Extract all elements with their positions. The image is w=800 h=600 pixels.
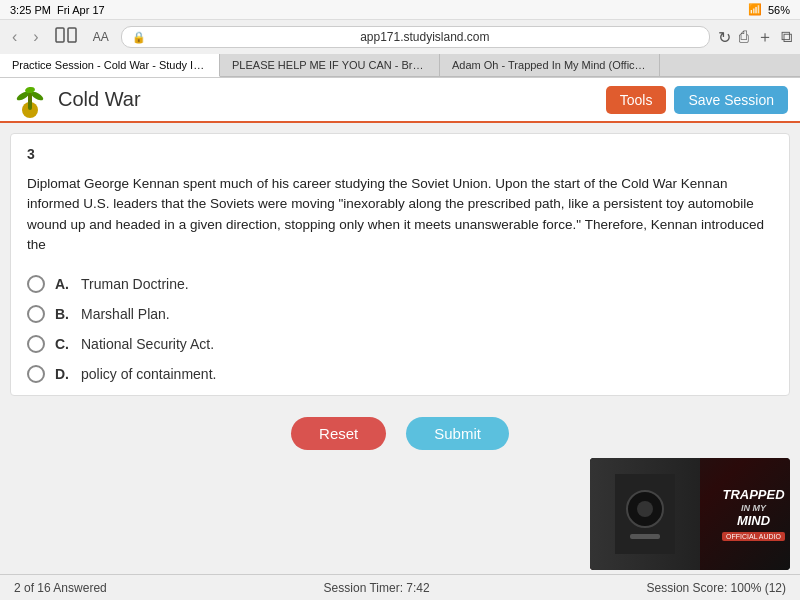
reset-button[interactable]: Reset <box>291 417 386 450</box>
tabs-button[interactable]: ⧉ <box>781 27 792 48</box>
svg-point-9 <box>637 501 653 517</box>
date-display: Fri Apr 17 <box>57 4 105 16</box>
timer-display: Session Timer: 7:42 <box>324 581 430 595</box>
submit-button[interactable]: Submit <box>406 417 509 450</box>
text-size-button[interactable]: AA <box>89 28 113 46</box>
trapped-title: TRAPPED <box>722 487 784 503</box>
url-display: app171.studyisland.com <box>151 30 699 44</box>
radio-a[interactable] <box>27 275 45 293</box>
option-b[interactable]: B. Marshall Plan. <box>27 305 773 323</box>
back-button[interactable]: ‹ <box>8 26 21 48</box>
question-text: Diplomat George Kennan spent much of his… <box>27 174 773 255</box>
svg-rect-10 <box>630 534 660 539</box>
option-b-text: Marshall Plan. <box>81 306 170 322</box>
action-buttons: Reset Submit <box>0 401 800 460</box>
option-a-text: Truman Doctrine. <box>81 276 189 292</box>
radio-d[interactable] <box>27 365 45 383</box>
reader-view-button[interactable] <box>51 25 81 49</box>
share-button[interactable]: ⎙ <box>739 27 749 48</box>
tab-youtube[interactable]: Adam Oh - Trapped In My Mind (Official A… <box>440 54 660 76</box>
option-d-text: policy of containment. <box>81 366 216 382</box>
reload-button[interactable]: ↻ <box>718 27 731 48</box>
battery-display: 56% <box>768 4 790 16</box>
mini-player-text: TRAPPED IN MY MIND OFFICIAL AUDIO <box>722 487 785 541</box>
tab-study-island[interactable]: Practice Session - Cold War - Study Isla… <box>0 54 220 77</box>
save-session-button[interactable]: Save Session <box>674 86 788 114</box>
status-bar: 3:25 PM Fri Apr 17 📶 56% <box>0 0 800 20</box>
mini-player-inner: TRAPPED IN MY MIND OFFICIAL AUDIO <box>590 458 790 570</box>
forward-button[interactable]: › <box>29 26 42 48</box>
trapped-subtitle2: MIND <box>722 513 784 529</box>
progress-display: 2 of 16 Answered <box>14 581 107 595</box>
svg-rect-1 <box>68 28 76 42</box>
radio-c[interactable] <box>27 335 45 353</box>
lock-icon: 🔒 <box>132 31 146 44</box>
bottom-bar: 2 of 16 Answered Session Timer: 7:42 Ses… <box>0 574 800 600</box>
option-c-text: National Security Act. <box>81 336 214 352</box>
tools-button[interactable]: Tools <box>606 86 667 114</box>
option-c[interactable]: C. National Security Act. <box>27 335 773 353</box>
score-display: Session Score: 100% (12) <box>647 581 786 595</box>
question-number: 3 <box>27 146 773 162</box>
tab-brainly[interactable]: PLEASE HELP ME IF YOU CAN - Brainly.com <box>220 54 440 76</box>
trapped-subtitle1: IN MY <box>722 503 784 514</box>
palm-icon <box>12 82 48 118</box>
address-bar[interactable]: 🔒 app171.studyisland.com <box>121 26 710 48</box>
browser-chrome: ‹ › AA 🔒 app171.studyisland.com ↻ ⎙ ＋ ⧉ … <box>0 20 800 78</box>
radio-b[interactable] <box>27 305 45 323</box>
add-tab-button[interactable]: ＋ <box>757 27 773 48</box>
wifi-icon: 📶 <box>748 3 762 16</box>
page-title: Cold War <box>58 88 141 111</box>
answer-options: A. Truman Doctrine. B. Marshall Plan. C.… <box>27 275 773 383</box>
mini-video-player[interactable]: TRAPPED IN MY MIND OFFICIAL AUDIO <box>590 458 790 570</box>
question-container: 3 Diplomat George Kennan spent much of h… <box>10 133 790 396</box>
option-a[interactable]: A. Truman Doctrine. <box>27 275 773 293</box>
mini-player-thumbnail <box>590 458 700 570</box>
option-d[interactable]: D. policy of containment. <box>27 365 773 383</box>
svg-rect-0 <box>56 28 64 42</box>
time-display: 3:25 PM <box>10 4 51 16</box>
official-badge: OFFICIAL AUDIO <box>722 532 785 541</box>
tabs-bar: Practice Session - Cold War - Study Isla… <box>0 54 800 77</box>
app-header: Cold War Tools Save Session <box>0 78 800 123</box>
